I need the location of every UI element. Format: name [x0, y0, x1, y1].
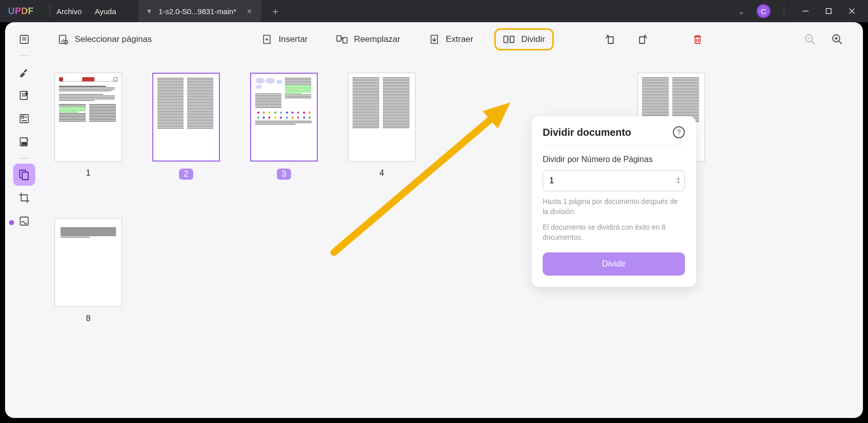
- svg-rect-19: [60, 35, 66, 43]
- page-thumbnails-grid: 1 2: [54, 73, 852, 323]
- insert-label: Insertar: [278, 34, 308, 44]
- document-tab[interactable]: ▾ 1-s2.0-S0...9831-main* ✕: [138, 0, 261, 22]
- svg-text:+: +: [269, 40, 271, 45]
- stepper-down-icon[interactable]: ▼: [676, 181, 680, 185]
- svg-rect-11: [22, 116, 24, 118]
- insert-button[interactable]: + Insertar: [254, 30, 315, 49]
- svg-rect-1: [826, 9, 831, 14]
- svg-rect-4: [20, 35, 28, 43]
- sidebar-handle[interactable]: [9, 220, 14, 225]
- select-pages-label: Seleccionar páginas: [75, 34, 152, 44]
- titlebar: UPDF Archivo Ayuda ▾ 1-s2.0-S0...9831-ma…: [0, 0, 868, 22]
- main-panel: Seleccionar páginas + Insertar Reemplaza…: [43, 22, 863, 418]
- svg-line-37: [812, 41, 815, 44]
- page-thumb[interactable]: 1: [54, 73, 122, 180]
- svg-rect-17: [22, 172, 28, 180]
- split-popup: Dividir documento ? Dividir por Número d…: [532, 116, 696, 287]
- separator: [19, 158, 29, 158]
- svg-rect-32: [640, 37, 645, 43]
- app-frame: Seleccionar páginas + Insertar Reemplaza…: [5, 22, 863, 418]
- crop-icon[interactable]: [13, 187, 35, 209]
- svg-rect-28: [504, 36, 507, 42]
- organize-pages-icon[interactable]: [13, 164, 35, 186]
- svg-rect-31: [608, 37, 613, 43]
- edit-text-icon[interactable]: [13, 84, 35, 107]
- rotate-left-icon[interactable]: [602, 31, 619, 48]
- tab-menu-caret-icon[interactable]: ▾: [147, 7, 151, 16]
- svg-rect-25: [337, 35, 341, 41]
- page-toolbar: Seleccionar páginas + Insertar Reemplaza…: [43, 22, 863, 57]
- tabs-dropdown-icon[interactable]: ⌄: [733, 5, 749, 18]
- thumbnail-image: [54, 73, 122, 162]
- split-label: Dividir: [521, 34, 545, 44]
- window-maximize-icon[interactable]: [821, 3, 837, 19]
- reader-mode-icon[interactable]: [13, 28, 35, 50]
- page-number: 8: [86, 314, 91, 323]
- thumbnail-image: [348, 73, 416, 162]
- split-button[interactable]: Dividir: [494, 28, 553, 50]
- window-close-icon[interactable]: [844, 3, 860, 19]
- divider: [784, 5, 784, 17]
- popup-note-1: Hasta 1 página por documento después de …: [543, 196, 685, 217]
- select-pages-button[interactable]: Seleccionar páginas: [50, 30, 159, 49]
- highlighter-icon[interactable]: [13, 61, 35, 83]
- page-thumb[interactable]: 4: [348, 73, 416, 180]
- page-thumb[interactable]: 8: [54, 218, 122, 323]
- menu-file[interactable]: Archivo: [56, 7, 82, 16]
- form-icon[interactable]: [13, 108, 35, 130]
- pages-area: 1 2: [43, 57, 863, 418]
- replace-button[interactable]: Reemplazar: [329, 30, 408, 49]
- separator: [19, 56, 29, 56]
- thumbnail-image: [250, 73, 318, 162]
- rotate-right-icon[interactable]: [633, 31, 651, 48]
- extract-button[interactable]: Extraer: [422, 30, 481, 49]
- page-number: 3: [277, 169, 292, 180]
- window-minimize-icon[interactable]: [797, 3, 814, 19]
- page-number: 4: [380, 169, 384, 178]
- divider: [50, 5, 50, 17]
- split-submit-button[interactable]: Dividir: [543, 252, 685, 276]
- new-tab-button[interactable]: ＋: [270, 5, 280, 18]
- tab-name: 1-s2.0-S0...9831-main*: [158, 7, 236, 16]
- svg-rect-15: [22, 142, 27, 145]
- watermark-icon[interactable]: [13, 210, 35, 232]
- svg-rect-33: [695, 37, 700, 43]
- popup-section-label: Dividir por Número de Páginas: [543, 155, 685, 164]
- svg-line-40: [839, 41, 842, 44]
- pages-count-input-wrap[interactable]: ▲ ▼: [543, 170, 685, 191]
- page-thumb[interactable]: 3: [250, 73, 318, 180]
- svg-rect-18: [20, 217, 28, 225]
- tab-close-icon[interactable]: ✕: [247, 8, 252, 15]
- zoom-out-icon[interactable]: [801, 31, 819, 48]
- page-thumb[interactable]: 2: [152, 73, 220, 180]
- app-logo: UPDF: [8, 6, 34, 17]
- zoom-in-icon[interactable]: [829, 31, 846, 48]
- popup-note-2: El documento se dividirá con éxito en 8 …: [543, 222, 685, 243]
- svg-rect-29: [510, 36, 514, 42]
- avatar[interactable]: C: [757, 4, 771, 18]
- svg-rect-26: [343, 37, 347, 43]
- page-number: 1: [86, 169, 91, 178]
- thumbnail-image: [152, 73, 220, 162]
- redact-icon[interactable]: [13, 131, 35, 153]
- page-number: 2: [179, 169, 194, 180]
- replace-label: Reemplazar: [354, 34, 400, 44]
- delete-icon[interactable]: [689, 31, 706, 48]
- menu-help[interactable]: Ayuda: [95, 7, 116, 16]
- help-icon[interactable]: ?: [673, 126, 685, 138]
- extract-label: Extraer: [446, 34, 474, 44]
- popup-title: Dividir documento: [543, 127, 631, 138]
- pages-count-input[interactable]: [543, 171, 672, 191]
- thumbnail-image: [54, 218, 122, 307]
